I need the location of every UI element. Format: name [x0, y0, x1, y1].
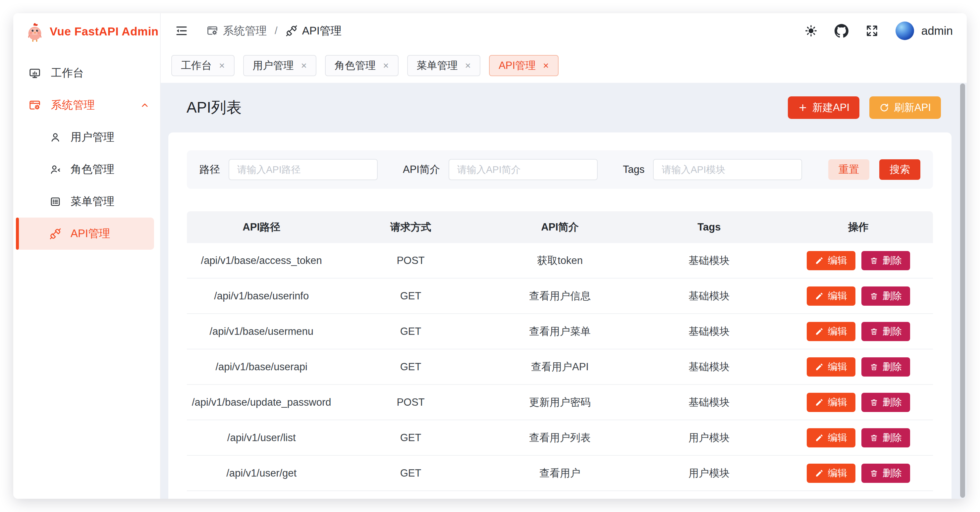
breadcrumb-api[interactable]: API管理	[286, 24, 342, 38]
column-header: Tags	[635, 221, 784, 233]
chevron-up-icon[interactable]	[140, 100, 150, 111]
column-header: 请求方式	[336, 220, 485, 234]
tab[interactable]: API管理 ×	[489, 55, 558, 76]
cell-path: /api/v1/base/access_token	[187, 255, 336, 267]
pencil-icon	[815, 292, 824, 301]
delete-button[interactable]: 删除	[861, 357, 910, 377]
trash-icon	[870, 292, 878, 301]
cell-method: POST	[336, 255, 485, 267]
tags-input[interactable]	[653, 159, 802, 180]
summary-label: API简介	[403, 162, 440, 176]
cell-method: GET	[336, 467, 485, 479]
cell-method: GET	[336, 326, 485, 337]
user-menu[interactable]: admin	[896, 22, 953, 40]
search-button[interactable]: 搜索	[879, 159, 920, 180]
tab-label: 角色管理	[335, 59, 376, 73]
edit-button[interactable]: 编辑	[807, 251, 856, 270]
user-icon	[49, 132, 61, 143]
menu-list-icon	[49, 196, 61, 208]
breadcrumb-system[interactable]: 系统管理	[207, 24, 267, 38]
tab[interactable]: 菜单管理 ×	[407, 55, 481, 76]
edit-button[interactable]: 编辑	[807, 464, 856, 483]
sidebar-item-label: 菜单管理	[70, 194, 114, 209]
cell-actions: 编辑 删除	[784, 251, 933, 270]
pencil-icon	[815, 469, 824, 477]
cell-path: /api/v1/user/get	[187, 467, 336, 479]
topbar: 系统管理 / API管理	[161, 13, 967, 48]
github-icon[interactable]	[835, 24, 848, 38]
refresh-icon	[879, 103, 889, 113]
page-title: API列表	[186, 97, 242, 118]
trash-icon	[870, 469, 878, 477]
sidebar-item-menus[interactable]: 菜单管理	[16, 186, 154, 218]
topbar-tools: admin	[804, 22, 953, 40]
path-input[interactable]	[229, 159, 378, 180]
close-icon[interactable]: ×	[219, 60, 225, 70]
close-icon[interactable]: ×	[465, 60, 471, 70]
sidebar-item-system[interactable]: 系统管理	[13, 89, 160, 121]
tab[interactable]: 角色管理 ×	[325, 55, 399, 76]
delete-button[interactable]: 删除	[861, 428, 910, 447]
cell-summary: 查看用户API	[485, 360, 635, 374]
delete-button[interactable]: 删除	[861, 251, 910, 270]
column-header: 操作	[784, 220, 933, 234]
fullscreen-icon[interactable]	[865, 24, 879, 38]
edit-button[interactable]: 编辑	[807, 393, 856, 412]
table-row: /api/v1/base/update_password POST 更新用户密码…	[187, 385, 933, 420]
path-label: 路径	[199, 162, 220, 176]
pencil-icon	[815, 327, 824, 336]
cell-tags: 基础模块	[635, 360, 784, 374]
tab-label: 用户管理	[253, 59, 294, 73]
cell-summary: 查看用户	[485, 466, 635, 480]
sidebar-item-label: 角色管理	[70, 162, 114, 177]
table-row: /api/v1/user/list GET 查看用户列表 用户模块	[187, 420, 933, 456]
page-header: API列表 新建API	[161, 83, 967, 132]
avatar[interactable]	[896, 22, 914, 40]
delete-button[interactable]: 删除	[861, 393, 910, 412]
edit-button[interactable]: 编辑	[807, 286, 856, 306]
reset-button[interactable]: 重置	[828, 159, 869, 180]
window-gear-icon	[207, 25, 218, 37]
sidebar-item-label: 工作台	[51, 65, 84, 81]
cell-path: /api/v1/base/userinfo	[187, 290, 336, 302]
delete-button[interactable]: 删除	[861, 322, 910, 341]
edit-button[interactable]: 编辑	[807, 428, 856, 447]
app-logo[interactable]: Vue FastAPI Admin	[13, 13, 160, 50]
table-body: /api/v1/base/access_token POST 获取token 基…	[187, 243, 933, 491]
trash-icon	[870, 398, 878, 407]
cell-actions: 编辑 删除	[784, 357, 933, 377]
cell-summary: 查看用户菜单	[485, 324, 635, 339]
close-icon[interactable]: ×	[301, 60, 307, 70]
app-title: Vue FastAPI Admin	[50, 25, 159, 38]
breadcrumb-label: 系统管理	[223, 24, 267, 38]
refresh-api-button[interactable]: 刷新API	[869, 96, 941, 119]
sidebar-item-roles[interactable]: 角色管理	[16, 153, 154, 186]
tab-label: 菜单管理	[417, 59, 458, 73]
summary-input[interactable]	[449, 159, 598, 180]
tab[interactable]: 用户管理 ×	[243, 55, 317, 76]
sidebar-item-api[interactable]: API管理	[16, 218, 154, 250]
edit-button[interactable]: 编辑	[807, 322, 856, 341]
theme-sun-icon[interactable]	[804, 24, 818, 38]
delete-button[interactable]: 删除	[861, 464, 910, 483]
sidebar-item-label: 用户管理	[70, 130, 114, 145]
cell-path: /api/v1/base/userapi	[187, 361, 336, 373]
edit-button[interactable]: 编辑	[807, 357, 856, 377]
breadcrumb: 系统管理 / API管理	[207, 24, 342, 38]
sidebar-item-users[interactable]: 用户管理	[16, 121, 154, 153]
cell-tags: 用户模块	[635, 431, 784, 445]
tab[interactable]: 工作台 ×	[171, 55, 235, 76]
close-icon[interactable]: ×	[383, 60, 389, 70]
create-api-button[interactable]: 新建API	[788, 96, 859, 119]
plus-icon	[798, 103, 808, 113]
close-icon[interactable]: ×	[543, 60, 549, 70]
menu-fold-icon[interactable]	[175, 24, 189, 38]
cell-tags: 基础模块	[635, 396, 784, 409]
scrollbar-thumb[interactable]	[960, 83, 965, 498]
filter-bar: 路径 API简介 Tags 重置 搜索	[187, 150, 933, 189]
cell-summary: 查看用户信息	[485, 289, 635, 303]
trash-icon	[870, 434, 878, 442]
tab-label: 工作台	[181, 59, 212, 73]
delete-button[interactable]: 删除	[861, 286, 910, 306]
sidebar-item-workbench[interactable]: 工作台	[13, 57, 160, 89]
